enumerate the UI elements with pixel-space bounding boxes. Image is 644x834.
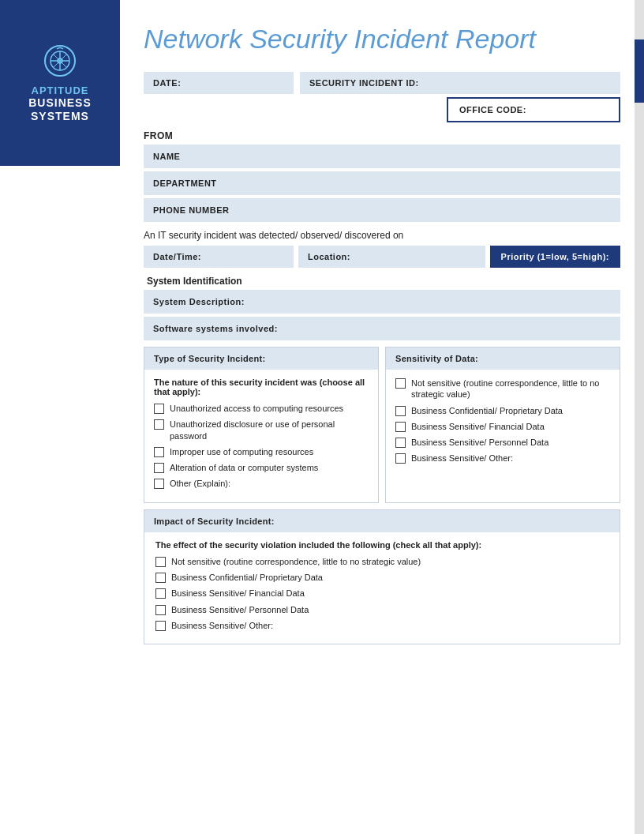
list-item: Business Confidential/ Proprietary Data bbox=[395, 405, 610, 416]
type-item-3: Alteration of data or computer systems bbox=[170, 462, 318, 473]
sensitivity-box: Sensitivity of Data: Not sensitive (rout… bbox=[385, 347, 620, 503]
list-item: Business Sensitive/ Financial Data bbox=[155, 588, 608, 599]
type-header: Type of Security Incident: bbox=[144, 348, 378, 370]
location-field[interactable]: Location: bbox=[298, 246, 485, 268]
sens-item-4: Business Sensitive/ Other: bbox=[411, 453, 513, 464]
impact-item-0: Not sensitive (routine correspondence, l… bbox=[171, 556, 421, 567]
sensitivity-header: Sensitivity of Data: bbox=[386, 348, 620, 370]
sens-checkbox-2[interactable] bbox=[395, 422, 406, 432]
sens-checkbox-3[interactable] bbox=[395, 438, 406, 448]
impact-header: Impact of Security Incident: bbox=[144, 510, 620, 532]
sens-item-1: Business Confidential/ Proprietary Data bbox=[411, 405, 563, 416]
checkbox-4[interactable] bbox=[154, 479, 164, 489]
list-item: Business Sensitive/ Other: bbox=[155, 620, 608, 631]
list-item: Not sensitive (routine correspondence, l… bbox=[155, 556, 608, 567]
datetime-field[interactable]: Date/Time: bbox=[144, 246, 294, 268]
sens-item-3: Business Sensitive/ Personnel Data bbox=[411, 437, 549, 448]
main-content: Network Security Incident Report DATE: S… bbox=[120, 0, 644, 668]
from-label: FROM bbox=[144, 130, 620, 141]
list-item: Not sensitive (routine correspondence, l… bbox=[395, 378, 610, 400]
scrollbar[interactable] bbox=[635, 0, 644, 834]
impact-body: The effect of the security violation inc… bbox=[144, 532, 620, 644]
software-field[interactable]: Software systems involved: bbox=[144, 317, 620, 340]
aptitude-icon bbox=[43, 43, 77, 78]
sidebar: APTITUDE BUSINESSSYSTEMS bbox=[0, 0, 120, 166]
sens-checkbox-1[interactable] bbox=[395, 406, 406, 416]
checkbox-1[interactable] bbox=[154, 419, 164, 430]
sens-item-0: Not sensitive (routine correspondence, l… bbox=[411, 378, 610, 400]
list-item: Business Sensitive/ Financial Data bbox=[395, 421, 610, 432]
department-field[interactable]: DEPARTMENT bbox=[144, 171, 620, 195]
type-item-2: Improper use of computing resources bbox=[170, 446, 313, 457]
page-title: Network Security Incident Report bbox=[144, 24, 620, 54]
list-item: Other (Explain): bbox=[154, 478, 369, 489]
brand-aptitude: APTITUDE bbox=[32, 85, 89, 96]
phone-field[interactable]: PHONE NUMBER bbox=[144, 198, 620, 222]
list-item: Alteration of data or computer systems bbox=[154, 462, 369, 473]
impact-checkbox-4[interactable] bbox=[155, 621, 166, 631]
impact-item-3: Business Sensitive/ Personnel Data bbox=[171, 604, 309, 615]
it-detected-text: An IT security incident was detected/ ob… bbox=[144, 230, 620, 241]
effect-text: The effect of the security violation inc… bbox=[155, 540, 608, 550]
priority-field[interactable]: Priority (1=low, 5=high): bbox=[490, 246, 620, 268]
name-field[interactable]: NAME bbox=[144, 145, 620, 168]
list-item: Unauthorized disclosure or use of person… bbox=[154, 419, 369, 441]
brand-business: BUSINESSSYSTEMS bbox=[28, 96, 92, 123]
system-desc-field[interactable]: System Description: bbox=[144, 290, 620, 314]
sens-item-2: Business Sensitive/ Financial Data bbox=[411, 421, 545, 432]
checkbox-3[interactable] bbox=[154, 463, 164, 473]
sensitivity-body: Not sensitive (routine correspondence, l… bbox=[386, 370, 620, 477]
impact-section: Impact of Security Incident: The effect … bbox=[144, 509, 620, 644]
list-item: Business Confidential/ Proprietary Data bbox=[155, 572, 608, 583]
impact-item-2: Business Sensitive/ Financial Data bbox=[171, 588, 305, 599]
date-field[interactable]: DATE: bbox=[144, 72, 294, 94]
list-item: Unauthorized access to computing resourc… bbox=[154, 403, 369, 414]
sens-checkbox-0[interactable] bbox=[395, 378, 406, 389]
office-code-row: OFFICE CODE: bbox=[144, 97, 620, 122]
list-item: Improper use of computing resources bbox=[154, 446, 369, 457]
date-incident-row: DATE: SECURITY INCIDENT ID: bbox=[144, 72, 620, 94]
type-item-1: Unauthorized disclosure or use of person… bbox=[170, 419, 369, 441]
impact-checkbox-1[interactable] bbox=[155, 573, 166, 583]
list-item: Business Sensitive/ Personnel Data bbox=[395, 437, 610, 448]
list-item: Business Sensitive/ Other: bbox=[395, 453, 610, 464]
incident-id-field[interactable]: SECURITY INCIDENT ID: bbox=[300, 72, 620, 94]
sens-checkbox-4[interactable] bbox=[395, 453, 406, 464]
impact-item-4: Business Sensitive/ Other: bbox=[171, 620, 273, 631]
scrollbar-thumb[interactable] bbox=[635, 39, 644, 103]
detected-row: Date/Time: Location: Priority (1=low, 5=… bbox=[144, 246, 620, 268]
impact-checkbox-3[interactable] bbox=[155, 605, 166, 615]
type-item-4: Other (Explain): bbox=[170, 478, 230, 489]
system-id-label: System Identification bbox=[147, 276, 620, 287]
impact-item-1: Business Confidential/ Proprietary Data bbox=[171, 572, 323, 583]
type-body: The nature of this security incident was… bbox=[144, 370, 378, 502]
impact-checkbox-2[interactable] bbox=[155, 588, 166, 599]
two-col-section: Type of Security Incident: The nature of… bbox=[144, 347, 620, 503]
nature-text: The nature of this security incident was… bbox=[154, 378, 369, 396]
impact-checkbox-0[interactable] bbox=[155, 557, 166, 567]
office-code-field[interactable]: OFFICE CODE: bbox=[447, 97, 620, 122]
list-item: Business Sensitive/ Personnel Data bbox=[155, 604, 608, 615]
type-item-0: Unauthorized access to computing resourc… bbox=[170, 403, 343, 414]
type-box: Type of Security Incident: The nature of… bbox=[144, 347, 379, 503]
checkbox-0[interactable] bbox=[154, 404, 164, 414]
checkbox-2[interactable] bbox=[154, 447, 164, 457]
